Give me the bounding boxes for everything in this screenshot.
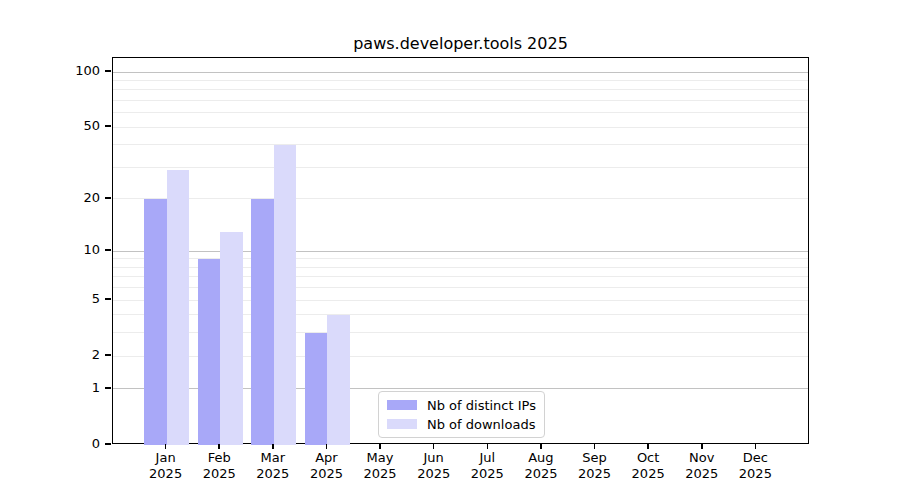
x-tick-mark — [540, 444, 542, 449]
gridline-minor — [113, 127, 808, 128]
x-tick-label: Feb 2025 — [189, 450, 249, 482]
x-tick-mark — [701, 444, 703, 449]
bar-distinct-ips — [198, 259, 221, 445]
x-tick-mark — [326, 444, 328, 449]
legend: Nb of distinct IPs Nb of downloads — [378, 391, 545, 438]
legend-item-distinct-ips: Nb of distinct IPs — [387, 398, 536, 413]
y-tick-label: 10 — [52, 242, 100, 257]
x-tick-mark — [594, 444, 596, 449]
bar-distinct-ips — [251, 199, 274, 445]
gridline-minor — [113, 198, 808, 199]
y-tick-label: 100 — [52, 63, 100, 78]
bar-distinct-ips — [144, 199, 167, 445]
y-tick-mark — [105, 249, 111, 251]
x-tick-label: Nov 2025 — [672, 450, 732, 482]
gridline-minor — [113, 144, 808, 145]
y-tick-mark — [105, 387, 111, 389]
bar-distinct-ips — [305, 333, 328, 445]
y-tick-label: 2 — [52, 347, 100, 362]
bar-downloads — [274, 145, 297, 445]
x-tick-label: May 2025 — [350, 450, 410, 482]
y-tick-label: 20 — [52, 190, 100, 205]
x-tick-label: Oct 2025 — [618, 450, 678, 482]
legend-swatch-downloads — [387, 419, 417, 429]
x-tick-label: Aug 2025 — [511, 450, 571, 482]
x-tick-mark — [755, 444, 757, 449]
x-tick-mark — [647, 444, 649, 449]
bar-downloads — [220, 232, 243, 445]
y-tick-mark — [105, 125, 111, 127]
legend-label-distinct-ips: Nb of distinct IPs — [427, 398, 536, 413]
legend-label-downloads: Nb of downloads — [427, 417, 535, 432]
bar-downloads — [167, 170, 190, 445]
y-tick-mark — [105, 70, 111, 72]
legend-item-downloads: Nb of downloads — [387, 417, 536, 432]
y-tick-mark — [105, 354, 111, 356]
gridline-minor — [113, 112, 808, 113]
legend-swatch-distinct-ips — [387, 400, 417, 410]
gridline-minor — [113, 100, 808, 101]
gridline-major — [113, 72, 808, 73]
x-tick-label: Mar 2025 — [243, 450, 303, 482]
gridline-minor — [113, 80, 808, 81]
y-tick-mark — [105, 443, 111, 445]
y-tick-mark — [105, 298, 111, 300]
x-tick-label: Apr 2025 — [296, 450, 356, 482]
chart-title: paws.developer.tools 2025 — [112, 34, 809, 56]
chart-figure: paws.developer.tools 2025 0125102050100J… — [0, 0, 900, 500]
x-tick-mark — [218, 444, 220, 449]
y-tick-label: 50 — [52, 118, 100, 133]
gridline-minor — [113, 167, 808, 168]
y-tick-mark — [105, 197, 111, 199]
x-tick-label: Jan 2025 — [136, 450, 196, 482]
x-tick-mark — [487, 444, 489, 449]
gridline-minor — [113, 89, 808, 90]
y-tick-label: 5 — [52, 291, 100, 306]
x-tick-label: Jun 2025 — [404, 450, 464, 482]
y-tick-label: 1 — [52, 380, 100, 395]
gridline-major — [113, 251, 808, 252]
y-tick-label: 0 — [52, 436, 100, 451]
x-tick-label: Jul 2025 — [457, 450, 517, 482]
x-tick-label: Sep 2025 — [565, 450, 625, 482]
x-tick-mark — [433, 444, 435, 449]
x-tick-mark — [272, 444, 274, 449]
x-tick-mark — [165, 444, 167, 449]
plot-area — [112, 57, 809, 444]
x-tick-label: Dec 2025 — [725, 450, 785, 482]
x-tick-mark — [379, 444, 381, 449]
bar-downloads — [327, 315, 350, 445]
